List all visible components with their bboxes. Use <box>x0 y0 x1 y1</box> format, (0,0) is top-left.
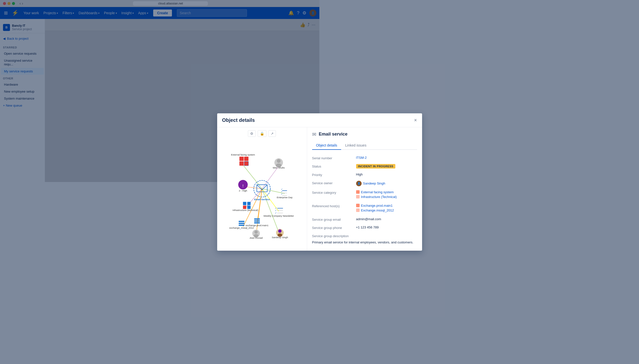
service-owner-label: Service owner <box>312 181 320 182</box>
svg-rect-12 <box>239 161 244 166</box>
modal-tabs: Object details Linked issues <box>312 141 320 150</box>
graph-lock-button[interactable]: 🔒 <box>258 130 266 137</box>
svg-rect-13 <box>244 161 248 166</box>
graph-expand-button[interactable]: ↗ <box>268 130 276 137</box>
graph-area: External facing system Wes Shults ! 2 - … <box>220 139 304 182</box>
graph-panel: ⚙ 🔒 ↗ <box>217 127 307 182</box>
object-name: Email service <box>319 132 320 137</box>
svg-point-16 <box>277 159 280 163</box>
object-type-icon: ✉ <box>312 131 316 137</box>
svg-rect-10 <box>239 156 244 161</box>
tab-object-details[interactable]: Object details <box>312 141 320 150</box>
modal-overlay: Object details × ⚙ 🔒 ↗ <box>0 0 320 182</box>
graph-settings-button[interactable]: ⚙ <box>248 130 256 137</box>
status-row: Status INCIDENT IN PROGRESS <box>312 162 320 170</box>
graph-svg: External facing system Wes Shults ! 2 - … <box>220 139 304 182</box>
service-owner-row: Service owner 👤 Sandeep Singh <box>312 179 320 182</box>
svg-point-19 <box>238 180 248 182</box>
object-details-modal: Object details × ⚙ 🔒 ↗ <box>217 113 320 182</box>
status-label: Status <box>312 164 320 168</box>
svg-rect-11 <box>244 156 248 161</box>
modal-header: Object details × <box>217 113 320 127</box>
modal-title: Object details <box>222 117 255 123</box>
priority-row: Priority High <box>312 170 320 179</box>
serial-number-label: Serial number <box>312 156 320 160</box>
serial-number-row: Serial number ITSM-2 <box>312 154 320 162</box>
svg-text:Wes Shults: Wes Shults <box>273 166 285 169</box>
object-header: ✉ Email service <box>312 131 320 137</box>
svg-text:External facing system: External facing system <box>231 153 255 156</box>
priority-label: Priority <box>312 172 320 177</box>
svg-line-0 <box>243 165 262 182</box>
graph-toolbar: ⚙ 🔒 ↗ <box>220 130 304 137</box>
details-panel: ✉ Email service Object details Linked is… <box>307 127 320 182</box>
modal-body: ⚙ 🔒 ↗ <box>217 127 320 182</box>
